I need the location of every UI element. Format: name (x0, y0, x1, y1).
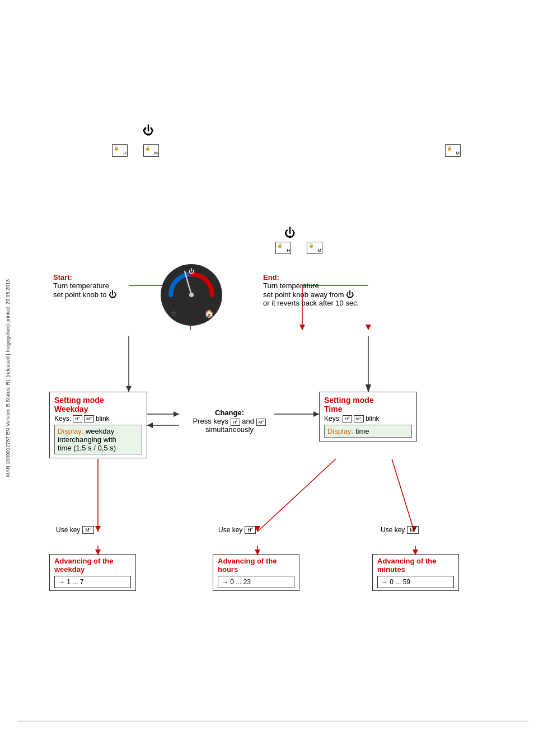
svg-marker-10 (174, 411, 179, 417)
weekday-icon-h: H° (73, 415, 82, 422)
advancing-hours-box: Advancing of the hours → 0 ... 23 (213, 554, 299, 591)
time-title: Setting mode Time (324, 396, 412, 414)
svg-line-19 (392, 459, 414, 532)
use-key-minutes-icon: M° (407, 526, 419, 534)
end-line1: Turn temperature (263, 281, 359, 290)
start-line2: set point knob to ⏻ (53, 290, 116, 299)
diagram-arrows (0, 0, 534, 756)
svg-text:🏠: 🏠 (204, 309, 214, 318)
time-keys-line: Keys: H° M° blink (324, 415, 412, 422)
start-label: Start: Turn temperature set point knob t… (53, 273, 116, 299)
icon-m-cluster2: 🔒 M (307, 242, 322, 254)
svg-marker-7 (299, 325, 305, 330)
clock-icon-top1: ⏻ (143, 124, 154, 137)
bottom-rule (17, 721, 528, 721)
icon-h-cluster2: 🔒 H (275, 242, 291, 254)
end-title: End: (263, 273, 359, 281)
end-line2: set point knob away from ⏻ (263, 290, 359, 299)
svg-point-30 (189, 293, 194, 297)
advancing-weekday-range: → 1 ... 7 (54, 576, 131, 588)
svg-marker-12 (313, 411, 319, 417)
change-title: Change: (185, 408, 274, 417)
svg-marker-14 (147, 422, 153, 428)
advancing-hours-range: → 0 ... 23 (218, 576, 294, 588)
svg-marker-1 (126, 386, 132, 392)
clock-icon-top2: ⏻ (284, 227, 296, 240)
advancing-hours-title: Advancing of the hours (218, 557, 294, 574)
weekday-mode-box: Setting mode Weekday Keys: H° M° blink D… (49, 392, 147, 458)
top-icons-row1: 🔒 H 🔒 M (112, 144, 159, 157)
use-key-hours-label: Use key H° (218, 526, 256, 534)
time-mode-box: Setting mode Time Keys: H° M° blink Disp… (319, 392, 417, 442)
sidebar-label: MAN 1000012787 EN Version: B Status: RL … (5, 279, 11, 477)
start-line1: Turn temperature (53, 281, 116, 290)
change-icon-h: H° (231, 419, 240, 426)
advancing-weekday-title: Advancing of the weekday (54, 557, 131, 574)
start-title: Start: (53, 273, 116, 281)
icon-top-right: 🔒 M (445, 144, 461, 157)
use-key-hours-icon: H° (245, 526, 256, 534)
use-key-weekday-label: Use key M° (56, 526, 94, 534)
end-label: End: Turn temperature set point knob awa… (263, 273, 359, 307)
weekday-display: Display: weekday interchanging with time… (54, 425, 142, 454)
thermostat-dial: ⏻ ☆ 🏠 (160, 263, 224, 329)
advancing-minutes-title: Advancing of the minutes (377, 557, 454, 574)
advancing-minutes-box: Advancing of the minutes → 0 ... 59 (372, 554, 459, 591)
advancing-minutes-range: → 0 ... 59 (377, 576, 454, 588)
weekday-icon-m: M° (84, 415, 94, 422)
change-desc: Press keys H° and M° simultaneously (185, 417, 274, 434)
change-icon-m: M° (256, 419, 266, 426)
end-line3: or it reverts back after 10 sec. (263, 299, 359, 307)
change-area: Change: Press keys H° and M° simultaneou… (185, 408, 274, 434)
sidebar: MAN 1000012787 EN Version: B Status: RL … (0, 0, 16, 756)
advancing-weekday-box: Advancing of the weekday → 1 ... 7 (49, 554, 136, 591)
svg-text:☆: ☆ (170, 309, 177, 318)
svg-line-17 (257, 459, 336, 532)
time-icon-m: M° (354, 415, 364, 422)
weekday-keys-line: Keys: H° M° blink (54, 415, 142, 422)
svg-marker-8 (366, 325, 371, 330)
top-icons-cluster2: 🔒 H 🔒 M (275, 242, 322, 254)
use-key-weekday-icon: M° (82, 526, 94, 534)
svg-marker-16 (95, 526, 101, 532)
icon-m-left: 🔒 M (143, 144, 159, 157)
weekday-title: Setting mode Weekday (54, 396, 142, 414)
time-display: Display: time (324, 425, 412, 438)
icon-h-left: 🔒 H (112, 144, 128, 157)
time-icon-h: H° (343, 415, 352, 422)
use-key-minutes-label: Use key M° (381, 526, 419, 534)
svg-text:⏻: ⏻ (189, 268, 194, 274)
